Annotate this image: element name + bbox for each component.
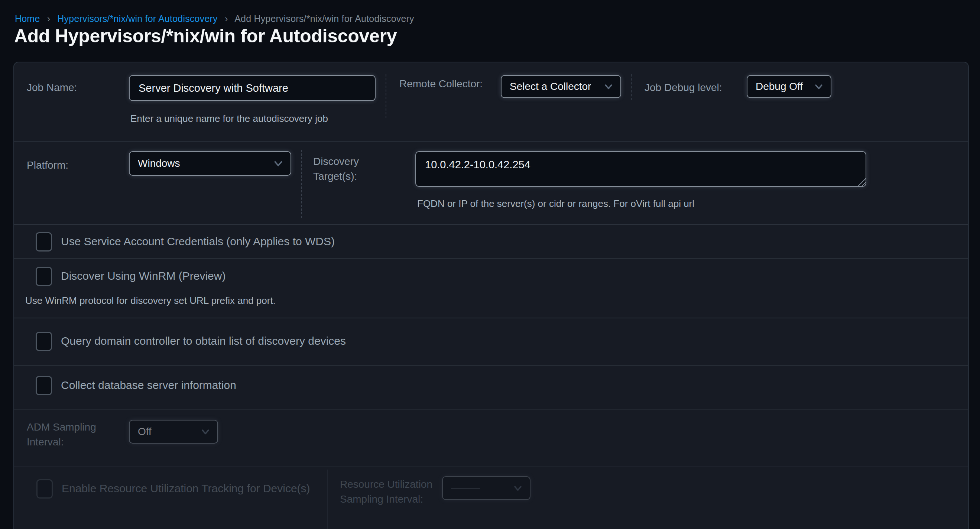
collect-db-checkbox[interactable] [36,376,52,395]
breadcrumb-separator: › [47,13,51,24]
section-divider [631,74,632,100]
adm-sampling-label: ADM Sampling Interval: [27,420,114,450]
service-account-checkbox[interactable] [36,232,52,251]
resource-tracking-label: Enable Resource Utilization Tracking for… [62,482,310,495]
service-account-label: Use Service Account Credentials (only Ap… [61,235,335,248]
remote-collector-label: Remote Collector: [399,76,484,91]
resource-sampling-label: Resource Utilization Sampling Interval: [340,477,436,507]
winrm-checkbox[interactable] [36,267,52,286]
breadcrumb: Home › Hypervisors/*nix/win for Autodisc… [15,13,414,24]
row-platform: Platform: Windows Discovery Target(s): 1… [14,141,968,224]
job-name-label: Job Name: [27,80,77,95]
chevron-down-icon [512,482,524,494]
resource-sampling-value: ——— [451,482,480,494]
autodiscovery-form-panel: Job Name: Enter a unique name for the au… [13,62,969,529]
platform-label: Platform: [27,158,68,173]
collect-db-label: Collect database server information [61,379,236,392]
discovery-targets-textarea[interactable]: 10.0.42.2-10.0.42.254 [415,151,866,187]
section-divider [386,74,387,118]
job-debug-label: Job Debug level: [644,80,722,95]
job-name-input[interactable] [129,75,375,101]
chevron-down-icon [603,81,614,92]
adm-sampling-value: Off [138,426,151,438]
remote-collector-value: Select a Collector [510,81,591,92]
row-resource-tracking: Enable Resource Utilization Tracking for… [14,466,968,529]
section-divider [301,150,302,218]
chevron-down-icon [813,81,825,92]
row-job-name: Job Name: Enter a unique name for the au… [14,62,968,141]
platform-value: Windows [138,157,180,169]
chevron-down-icon [199,426,212,438]
page-title: Add Hypervisors/*nix/win for Autodiscove… [14,25,397,47]
row-query-domain: Query domain controller to obtain list o… [14,318,968,365]
breadcrumb-separator: › [225,13,228,24]
row-collect-db: Collect database server information [14,365,968,409]
job-name-helper: Enter a unique name for the autodiscover… [130,113,328,124]
row-service-account: Use Service Account Credentials (only Ap… [14,224,968,258]
winrm-label: Discover Using WinRM (Preview) [61,270,226,282]
resource-tracking-checkbox [37,479,53,499]
adm-sampling-select: Off [129,420,218,443]
discovery-targets-label: Discovery Target(s): [313,154,405,184]
query-domain-label: Query domain controller to obtain list o… [61,335,346,347]
row-winrm: Discover Using WinRM (Preview) Use WinRM… [14,258,968,318]
breadcrumb-current: Add Hypervisors/*nix/win for Autodiscove… [234,13,414,24]
chevron-down-icon [272,157,285,170]
autodiscovery-page: Home › Hypervisors/*nix/win for Autodisc… [0,0,980,529]
remote-collector-select[interactable]: Select a Collector [501,75,621,98]
row-adm-sampling: ADM Sampling Interval: Off [14,409,968,466]
resource-sampling-select: ——— [442,476,530,500]
breadcrumb-parent-link[interactable]: Hypervisors/*nix/win for Autodiscovery [57,13,217,24]
discovery-targets-helper: FQDN or IP of the server(s) or cidr or r… [417,198,694,210]
query-domain-checkbox[interactable] [36,332,52,351]
platform-select[interactable]: Windows [129,151,291,176]
job-debug-value: Debug Off [756,81,803,92]
job-debug-select[interactable]: Debug Off [747,75,831,98]
winrm-helper: Use WinRM protocol for discovery set URL… [25,295,276,307]
breadcrumb-home-link[interactable]: Home [15,13,40,24]
section-divider [327,470,328,529]
